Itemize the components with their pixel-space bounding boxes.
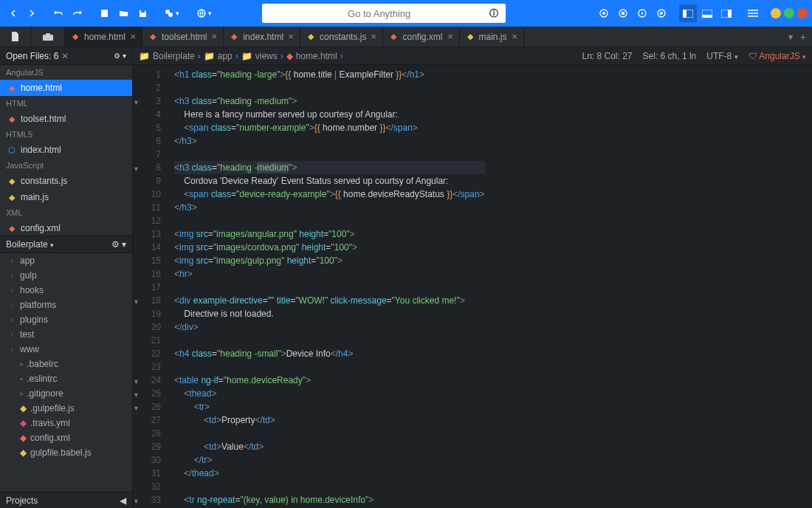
chevron-left-icon[interactable]: ◀ [120,495,126,506]
project-item-.gulpefile.js[interactable]: ◆.gulpefile.js [0,401,132,416]
code-line[interactable]: <div example-directive="" title="WOW!" c… [174,294,485,307]
window-minimize[interactable] [771,8,781,18]
code-line[interactable]: <h3 class="heading -medium"> [174,161,485,174]
project-item-.gitignore[interactable]: ▫.gitignore [0,386,132,401]
code-line[interactable]: <span class="device-ready-example">{{ ho… [174,188,485,201]
sidebar-item-home.html[interactable]: ◆home.html [0,80,132,96]
sidebar-item-constants.js[interactable]: ◆constants.js [0,173,132,189]
play-macro-button[interactable]: ▾ [160,4,184,22]
project-item-app[interactable]: ›app [0,253,132,268]
code-line[interactable] [174,281,485,294]
project-item-plugins[interactable]: ›plugins [0,312,132,327]
code-line[interactable] [174,360,485,374]
project-item-hooks[interactable]: ›hooks [0,283,132,298]
redo-button[interactable] [69,4,86,22]
code-line[interactable] [174,334,485,347]
tab-toolset.html[interactable]: ◆toolset.html✕ [142,27,224,47]
code-line[interactable]: </thead> [174,467,485,480]
code-line[interactable]: <span class="number-example">{{ home.num… [174,121,485,134]
code-editor[interactable]: 12▼34567▼891011121314151617▼181920212223… [133,65,812,508]
code-line[interactable] [174,427,485,440]
close-icon[interactable]: ✕ [288,32,294,41]
code-line[interactable] [174,480,485,493]
code-line[interactable]: Here is a fancy number served up courtes… [174,108,485,121]
sidebar-pane-toolbox-icon[interactable] [31,27,65,47]
forward-button[interactable] [23,4,41,22]
project-item-platforms[interactable]: ›platforms [0,298,132,312]
close-icon[interactable]: ✕ [61,51,69,61]
projects-footer[interactable]: Projects ◀ [0,492,132,508]
tab-list-button[interactable]: ▾ [788,32,793,42]
window-maximize[interactable] [784,8,794,18]
code-line[interactable]: Directive is not loaded. [174,307,485,320]
play-button[interactable] [633,4,651,22]
breadcrumb-item[interactable]: 📁 Boilerplate [139,51,195,61]
panel-left-button[interactable] [679,4,697,22]
code-line[interactable]: </tr> [174,453,485,467]
code-line[interactable]: </h3> [174,201,485,214]
sidebar-item-toolset.html[interactable]: ◆toolset.html [0,111,132,127]
play-last-button[interactable] [653,4,670,22]
project-item-config.xml[interactable]: ◆config.xml [0,430,132,445]
undo-button[interactable] [49,4,67,22]
code-line[interactable]: <table ng-if="home.deviceReady"> [174,374,485,387]
project-item-gulpfile.babel.js[interactable]: ◆gulpfile.babel.js [0,445,132,460]
breadcrumb-item[interactable]: 📁 views [241,51,278,61]
code-line[interactable]: </h3> [174,134,485,148]
open-files-header[interactable]: Open Files: 6 ✕ ⚙ ▾ [0,47,132,65]
gear-icon[interactable]: ⚙ ▾ [114,52,126,60]
code-line[interactable]: <h4 class="heading -small">Device Info</… [174,347,485,360]
search-input[interactable] [269,8,489,19]
open-file-button[interactable] [114,4,132,22]
close-icon[interactable]: ✕ [371,32,376,41]
project-header[interactable]: Boilerplate ▾ ⚙ ▾ [0,236,132,253]
status-encoding[interactable]: UTF-8 ▾ [706,51,737,61]
project-item-.babelrc[interactable]: ▫.babelrc [0,357,132,371]
stop-button[interactable] [614,4,632,22]
code-line[interactable]: <h3 class="heading -medium"> [174,95,485,108]
project-item-test[interactable]: ›test [0,327,132,342]
panel-bottom-button[interactable] [698,4,716,22]
code-line[interactable]: <h1 class="heading -large">{{ home.title… [174,68,485,81]
tab-config.xml[interactable]: ◆config.xml✕ [383,27,459,47]
code-line[interactable] [174,81,485,95]
back-button[interactable] [4,4,22,22]
code-line[interactable]: <img src="images/angular.png" height="10… [174,227,485,241]
close-icon[interactable]: ✕ [211,32,217,41]
sidebar-pane-file-icon[interactable] [0,27,31,47]
fold-icon[interactable]: ▼ [133,495,140,508]
tab-index.html[interactable]: ◆index.html✕ [224,27,300,47]
new-file-button[interactable] [95,4,113,22]
window-close[interactable] [797,8,808,18]
panel-right-button[interactable] [718,4,735,22]
tab-constants.js[interactable]: ◆constants.js✕ [300,27,383,47]
breadcrumb-item[interactable]: 📁 app [204,51,233,61]
sidebar-item-config.xml[interactable]: ◆config.xml [0,220,132,236]
project-item-www[interactable]: ›www [0,342,132,357]
tab-main.js[interactable]: ◆main.js✕ [460,27,524,47]
breadcrumb-item[interactable]: ◆ home.html [286,51,337,61]
code-line[interactable]: <td>Value</td> [174,440,485,453]
save-button[interactable] [134,4,151,22]
project-item-.travis.yml[interactable]: ◆.travis.yml [0,416,132,430]
status-language[interactable]: 🛡 AngularJS ▾ [749,51,806,61]
sidebar-item-main.js[interactable]: ◆main.js [0,189,132,205]
code-line[interactable]: <hr> [174,267,485,281]
close-icon[interactable]: ✕ [447,32,453,41]
new-tab-button[interactable]: + [800,31,806,43]
project-item-gulp[interactable]: ›gulp [0,268,132,283]
goto-search[interactable]: ⓘ [262,4,506,23]
code-line[interactable]: <tr ng-repeat="(key, value) in home.devi… [174,493,485,507]
tab-home.html[interactable]: ◆home.html✕ [65,27,142,47]
code-line[interactable]: <img src="images/gulp.png" height="100"> [174,254,485,267]
code-line[interactable]: <td>Property</td> [174,413,485,427]
record-button[interactable] [595,4,613,22]
sidebar-item-index.html[interactable]: ⬡index.html [0,142,132,158]
project-item-.eslintrc[interactable]: ▫.eslintrc [0,371,132,386]
code-line[interactable] [174,148,485,161]
code-line[interactable]: </div> [174,320,485,334]
close-icon[interactable]: ✕ [512,32,517,41]
code-line[interactable]: Cordova 'Device Ready' Event Status serv… [174,174,485,188]
menu-button[interactable] [744,4,762,22]
code-line[interactable] [174,214,485,227]
